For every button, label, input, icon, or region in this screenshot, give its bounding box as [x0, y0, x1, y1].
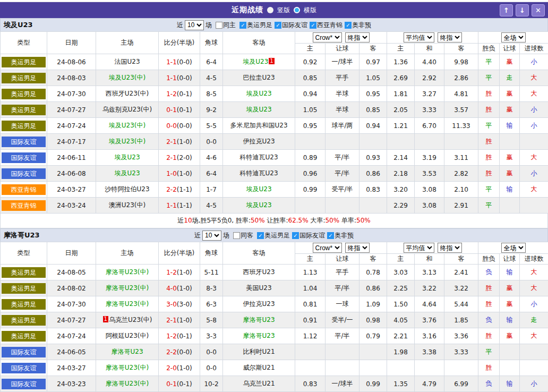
filter-games-label: 场: [223, 231, 229, 240]
league-type-badge: 国际友谊: [2, 152, 46, 163]
checkbox-icon[interactable]: ✓: [327, 232, 334, 239]
match-date: 24-07-24: [47, 328, 96, 344]
asian-home-odds: 0.95: [295, 118, 326, 134]
league-checkbox[interactable]: ✓奥非预: [325, 231, 354, 240]
final-score: 2-2: [166, 348, 177, 356]
bookmaker-select[interactable]: Crow*: [313, 32, 342, 42]
euro-draw-odds: 3.08: [415, 182, 444, 198]
checkbox-icon[interactable]: ✓: [345, 22, 352, 29]
final-odds-select[interactable]: 终指: [345, 243, 370, 253]
euro-away-odds: 2.10: [444, 182, 478, 198]
home-team: 埃及U23(中): [96, 118, 159, 134]
corner-count: 6-4: [200, 54, 223, 70]
league-checkbox[interactable]: ✓奥非预: [343, 21, 371, 30]
average-select[interactable]: 平均值: [404, 243, 434, 253]
move-up-button[interactable]: ↑: [500, 4, 513, 16]
result-wdl: 负: [478, 265, 500, 280]
league-checkbox-label: 国际友谊: [299, 231, 325, 240]
match-score: 2-0(1-0): [159, 360, 200, 376]
col-header-away: 客场: [223, 242, 295, 265]
checkbox-icon[interactable]: [233, 232, 240, 239]
asian-away-odds: 1.09: [359, 296, 387, 312]
half-score: (0-0): [177, 122, 192, 130]
half-score: (1-0): [177, 317, 192, 324]
filter-near-label: 近: [177, 21, 183, 30]
horizontal-layout-label[interactable]: 横版: [304, 6, 316, 15]
league-type-badge: 奥运男足: [2, 105, 46, 115]
recent-count-select[interactable]: 10: [202, 231, 221, 241]
half-score: (2-0): [177, 154, 192, 161]
bookmaker-select[interactable]: Crow*: [313, 243, 342, 253]
half-score: (1-0): [177, 285, 192, 292]
col-header-result-wdl: 胜负: [478, 254, 500, 265]
league-type-badge: 奥运男足: [2, 73, 46, 83]
col-header-euro-draw: 和: [415, 44, 444, 54]
euro-home-odds: 3.03: [387, 265, 415, 280]
result-wdl: 胜: [478, 134, 500, 150]
asian-away-odds: [359, 360, 387, 376]
close-button[interactable]: ✕: [532, 4, 545, 16]
asian-handicap: 受平/半: [326, 182, 359, 198]
match-row: 国际友谊24-06-05摩洛哥U232-2(0-0)0-0比利时U211.983…: [1, 344, 548, 360]
same-venue-checkbox[interactable]: 同客: [231, 231, 253, 240]
euro-away-odds: [444, 134, 478, 150]
result-handicap: 输: [500, 312, 520, 328]
match-date: 24-08-05: [47, 265, 96, 280]
league-checkbox[interactable]: ✓西亚青锦: [307, 21, 343, 30]
euro-draw-odds: 6.70: [415, 118, 444, 134]
match-row: 国际友谊24-06-08埃及U231-0(1-0)6-4科特迪瓦U230.96平…: [1, 166, 548, 182]
corner-count: 9-2: [200, 102, 223, 118]
match-row: 国际友谊24-07-17埃及U23(中)2-1(1-0)0-0伊拉克U23胜: [1, 134, 548, 150]
league-type-cell: 奥运男足: [1, 86, 47, 102]
vertical-layout-label[interactable]: 竖版: [277, 6, 290, 15]
result-goals: [520, 360, 548, 376]
match-row: 奥运男足24-08-03埃及U23(中)1-1(0-0)4-5巴拉圭U230.8…: [1, 70, 548, 86]
recent-count-select[interactable]: 10: [185, 20, 204, 30]
scope-select[interactable]: 全场: [501, 243, 526, 253]
final-score: 0-1: [166, 380, 177, 388]
vertical-layout-radio[interactable]: [267, 7, 273, 13]
result-wdl: 负: [478, 312, 500, 328]
horizontal-layout-radio[interactable]: [294, 7, 300, 13]
league-checkbox[interactable]: ✓奥运男足: [255, 231, 290, 240]
euro-home-odds: 3.20: [387, 182, 415, 198]
checkbox-icon[interactable]: ✓: [257, 232, 264, 239]
asian-away-odds: [359, 344, 387, 360]
match-score: 4-0(1-0): [159, 280, 200, 296]
corner-count: 5-11: [200, 265, 223, 280]
scope-select[interactable]: 全场: [501, 32, 526, 42]
checkbox-icon[interactable]: ✓: [292, 232, 299, 239]
league-checkbox[interactable]: ✓国际友谊: [272, 21, 307, 30]
col-header-asian-handicap: 让球: [326, 254, 359, 265]
final-odds-select-2[interactable]: 终指: [438, 243, 462, 253]
average-select[interactable]: 平均值: [404, 32, 434, 42]
result-wdl: 平: [478, 198, 500, 214]
checkbox-icon[interactable]: ✓: [275, 22, 281, 29]
asian-away-odds: 0.83: [359, 182, 387, 198]
checkbox-icon[interactable]: ✓: [239, 22, 246, 29]
league-checkbox[interactable]: ✓奥运男足: [237, 21, 272, 30]
asian-handicap: [326, 344, 359, 360]
league-type-cell: 国际友谊: [1, 376, 47, 392]
asian-home-odds: 0.83: [295, 376, 326, 392]
league-checkbox[interactable]: ✓国际友谊: [290, 231, 325, 240]
match-date: 24-03-23: [47, 376, 96, 392]
move-down-button[interactable]: ↓: [516, 4, 529, 16]
final-odds-select[interactable]: 终指: [345, 32, 370, 42]
same-venue-checkbox[interactable]: 同主: [213, 21, 236, 30]
final-odds-select-2[interactable]: 终指: [438, 32, 462, 42]
checkbox-icon[interactable]: ✓: [310, 22, 316, 29]
final-score: 1-1: [166, 202, 177, 209]
euro-home-odds: 2.18: [387, 166, 415, 182]
league-type-cell: 国际友谊: [1, 344, 47, 360]
match-score: 0-0(0-0): [159, 118, 200, 134]
euro-draw-odds: 2.92: [415, 70, 444, 86]
asian-away-odds: 0.78: [359, 265, 387, 280]
col-header-score: 比分(半场): [159, 242, 200, 265]
half-score: (1-1): [177, 186, 192, 193]
checkbox-icon[interactable]: [216, 22, 222, 29]
match-date: 24-07-27: [47, 312, 96, 328]
corner-count: 5-5: [200, 118, 223, 134]
col-header-home: 主场: [96, 32, 159, 54]
euro-away-odds: 3.36: [444, 328, 478, 344]
